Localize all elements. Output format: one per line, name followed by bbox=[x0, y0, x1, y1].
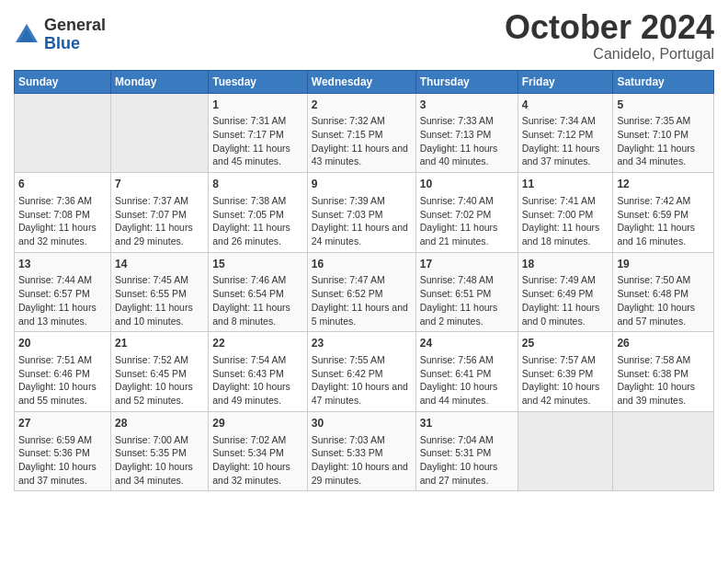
logo: General Blue bbox=[14, 17, 106, 53]
day-number: 30 bbox=[312, 416, 412, 431]
cell-info: Sunrise: 7:03 AMSunset: 5:33 PMDaylight:… bbox=[312, 433, 412, 488]
calendar-cell: 12Sunrise: 7:42 AMSunset: 6:59 PMDayligh… bbox=[613, 173, 714, 253]
calendar-cell: 10Sunrise: 7:40 AMSunset: 7:02 PMDayligh… bbox=[415, 173, 518, 253]
weekday-header-monday: Monday bbox=[111, 70, 209, 93]
cell-info: Sunrise: 7:52 AMSunset: 6:45 PMDaylight:… bbox=[115, 353, 204, 408]
header: General Blue October 2024 Canidelo, Port… bbox=[14, 9, 714, 63]
calendar-cell: 19Sunrise: 7:50 AMSunset: 6:48 PMDayligh… bbox=[613, 252, 714, 332]
day-number: 23 bbox=[312, 336, 412, 351]
calendar-cell: 21Sunrise: 7:52 AMSunset: 6:45 PMDayligh… bbox=[111, 332, 209, 412]
calendar-cell: 27Sunrise: 6:59 AMSunset: 5:36 PMDayligh… bbox=[15, 411, 111, 491]
cell-info: Sunrise: 7:50 AMSunset: 6:48 PMDaylight:… bbox=[617, 273, 710, 327]
week-row-5: 27Sunrise: 6:59 AMSunset: 5:36 PMDayligh… bbox=[15, 411, 714, 491]
calendar-cell: 14Sunrise: 7:45 AMSunset: 6:55 PMDayligh… bbox=[111, 252, 209, 332]
day-number: 26 bbox=[617, 336, 710, 351]
week-row-4: 20Sunrise: 7:51 AMSunset: 6:46 PMDayligh… bbox=[15, 332, 714, 412]
calendar-cell: 30Sunrise: 7:03 AMSunset: 5:33 PMDayligh… bbox=[307, 411, 415, 491]
calendar-cell: 25Sunrise: 7:57 AMSunset: 6:39 PMDayligh… bbox=[518, 332, 613, 412]
calendar-cell: 7Sunrise: 7:37 AMSunset: 7:07 PMDaylight… bbox=[111, 173, 209, 253]
calendar-page: General Blue October 2024 Canidelo, Port… bbox=[0, 0, 728, 563]
calendar-cell: 22Sunrise: 7:54 AMSunset: 6:43 PMDayligh… bbox=[209, 332, 308, 412]
calendar-cell: 11Sunrise: 7:41 AMSunset: 7:00 PMDayligh… bbox=[518, 173, 613, 253]
day-number: 14 bbox=[115, 257, 204, 272]
weekday-header-friday: Friday bbox=[518, 70, 613, 93]
cell-info: Sunrise: 7:49 AMSunset: 6:49 PMDaylight:… bbox=[522, 273, 609, 327]
cell-info: Sunrise: 7:31 AMSunset: 7:17 PMDaylight:… bbox=[212, 114, 303, 168]
calendar-cell: 24Sunrise: 7:56 AMSunset: 6:41 PMDayligh… bbox=[415, 332, 518, 412]
cell-info: Sunrise: 7:46 AMSunset: 6:54 PMDaylight:… bbox=[212, 273, 303, 327]
cell-info: Sunrise: 7:45 AMSunset: 6:55 PMDaylight:… bbox=[115, 273, 204, 327]
calendar-cell: 15Sunrise: 7:46 AMSunset: 6:54 PMDayligh… bbox=[209, 252, 308, 332]
day-number: 15 bbox=[212, 257, 303, 272]
cell-info: Sunrise: 7:47 AMSunset: 6:52 PMDaylight:… bbox=[312, 273, 412, 327]
cell-info: Sunrise: 7:58 AMSunset: 6:38 PMDaylight:… bbox=[617, 353, 710, 408]
cell-info: Sunrise: 7:38 AMSunset: 7:05 PMDaylight:… bbox=[212, 194, 303, 248]
weekday-header-sunday: Sunday bbox=[15, 70, 111, 93]
calendar-cell: 29Sunrise: 7:02 AMSunset: 5:34 PMDayligh… bbox=[209, 411, 308, 491]
week-row-2: 6Sunrise: 7:36 AMSunset: 7:08 PMDaylight… bbox=[15, 173, 714, 253]
cell-info: Sunrise: 7:32 AMSunset: 7:15 PMDaylight:… bbox=[312, 114, 412, 168]
calendar-cell bbox=[111, 93, 209, 173]
calendar-table: SundayMondayTuesdayWednesdayThursdayFrid… bbox=[14, 70, 714, 492]
title-block: October 2024 Canidelo, Portugal bbox=[505, 9, 714, 63]
cell-info: Sunrise: 7:41 AMSunset: 7:00 PMDaylight:… bbox=[522, 194, 609, 248]
calendar-title: October 2024 bbox=[505, 9, 714, 46]
calendar-cell bbox=[518, 411, 613, 491]
calendar-cell: 31Sunrise: 7:04 AMSunset: 5:31 PMDayligh… bbox=[415, 411, 518, 491]
day-number: 24 bbox=[420, 336, 514, 351]
calendar-cell: 1Sunrise: 7:31 AMSunset: 7:17 PMDaylight… bbox=[209, 93, 308, 173]
day-number: 12 bbox=[617, 177, 710, 192]
cell-info: Sunrise: 7:57 AMSunset: 6:39 PMDaylight:… bbox=[522, 353, 609, 408]
calendar-cell: 2Sunrise: 7:32 AMSunset: 7:15 PMDaylight… bbox=[307, 93, 415, 173]
cell-info: Sunrise: 7:02 AMSunset: 5:34 PMDaylight:… bbox=[212, 433, 303, 488]
cell-info: Sunrise: 7:36 AMSunset: 7:08 PMDaylight:… bbox=[18, 194, 107, 248]
calendar-cell: 5Sunrise: 7:35 AMSunset: 7:10 PMDaylight… bbox=[613, 93, 714, 173]
weekday-header-thursday: Thursday bbox=[415, 70, 518, 93]
cell-info: Sunrise: 7:42 AMSunset: 6:59 PMDaylight:… bbox=[617, 194, 710, 248]
calendar-cell: 16Sunrise: 7:47 AMSunset: 6:52 PMDayligh… bbox=[307, 252, 415, 332]
cell-info: Sunrise: 7:37 AMSunset: 7:07 PMDaylight:… bbox=[115, 194, 204, 248]
day-number: 31 bbox=[420, 416, 514, 431]
day-number: 3 bbox=[420, 98, 514, 113]
calendar-cell: 4Sunrise: 7:34 AMSunset: 7:12 PMDaylight… bbox=[518, 93, 613, 173]
calendar-cell: 8Sunrise: 7:38 AMSunset: 7:05 PMDaylight… bbox=[209, 173, 308, 253]
weekday-header-saturday: Saturday bbox=[613, 70, 714, 93]
cell-info: Sunrise: 7:34 AMSunset: 7:12 PMDaylight:… bbox=[522, 114, 609, 168]
calendar-cell: 20Sunrise: 7:51 AMSunset: 6:46 PMDayligh… bbox=[15, 332, 111, 412]
day-number: 8 bbox=[212, 177, 303, 192]
day-number: 27 bbox=[18, 416, 107, 431]
calendar-cell bbox=[613, 411, 714, 491]
calendar-header: SundayMondayTuesdayWednesdayThursdayFrid… bbox=[15, 70, 714, 93]
day-number: 10 bbox=[420, 177, 514, 192]
day-number: 28 bbox=[115, 416, 204, 431]
calendar-cell: 13Sunrise: 7:44 AMSunset: 6:57 PMDayligh… bbox=[15, 252, 111, 332]
day-number: 9 bbox=[312, 177, 412, 192]
cell-info: Sunrise: 7:54 AMSunset: 6:43 PMDaylight:… bbox=[212, 353, 303, 408]
day-number: 18 bbox=[522, 257, 609, 272]
calendar-subtitle: Canidelo, Portugal bbox=[505, 46, 714, 63]
day-number: 4 bbox=[522, 98, 609, 113]
logo-blue: Blue bbox=[44, 35, 106, 53]
cell-info: Sunrise: 7:51 AMSunset: 6:46 PMDaylight:… bbox=[18, 353, 107, 408]
day-number: 17 bbox=[420, 257, 514, 272]
calendar-cell: 28Sunrise: 7:00 AMSunset: 5:35 PMDayligh… bbox=[111, 411, 209, 491]
calendar-cell: 18Sunrise: 7:49 AMSunset: 6:49 PMDayligh… bbox=[518, 252, 613, 332]
day-number: 22 bbox=[212, 336, 303, 351]
weekday-header-wednesday: Wednesday bbox=[307, 70, 415, 93]
day-number: 1 bbox=[212, 98, 303, 113]
day-number: 11 bbox=[522, 177, 609, 192]
calendar-cell: 17Sunrise: 7:48 AMSunset: 6:51 PMDayligh… bbox=[415, 252, 518, 332]
day-number: 29 bbox=[212, 416, 303, 431]
cell-info: Sunrise: 7:04 AMSunset: 5:31 PMDaylight:… bbox=[420, 433, 514, 488]
cell-info: Sunrise: 7:39 AMSunset: 7:03 PMDaylight:… bbox=[312, 194, 412, 248]
logo-text: General Blue bbox=[44, 17, 106, 53]
calendar-cell: 3Sunrise: 7:33 AMSunset: 7:13 PMDaylight… bbox=[415, 93, 518, 173]
logo-general: General bbox=[44, 17, 106, 35]
cell-info: Sunrise: 6:59 AMSunset: 5:36 PMDaylight:… bbox=[18, 433, 107, 488]
cell-info: Sunrise: 7:33 AMSunset: 7:13 PMDaylight:… bbox=[420, 114, 514, 168]
week-row-1: 1Sunrise: 7:31 AMSunset: 7:17 PMDaylight… bbox=[15, 93, 714, 173]
calendar-cell: 6Sunrise: 7:36 AMSunset: 7:08 PMDaylight… bbox=[15, 173, 111, 253]
cell-info: Sunrise: 7:00 AMSunset: 5:35 PMDaylight:… bbox=[115, 433, 204, 488]
calendar-cell bbox=[15, 93, 111, 173]
day-number: 16 bbox=[312, 257, 412, 272]
